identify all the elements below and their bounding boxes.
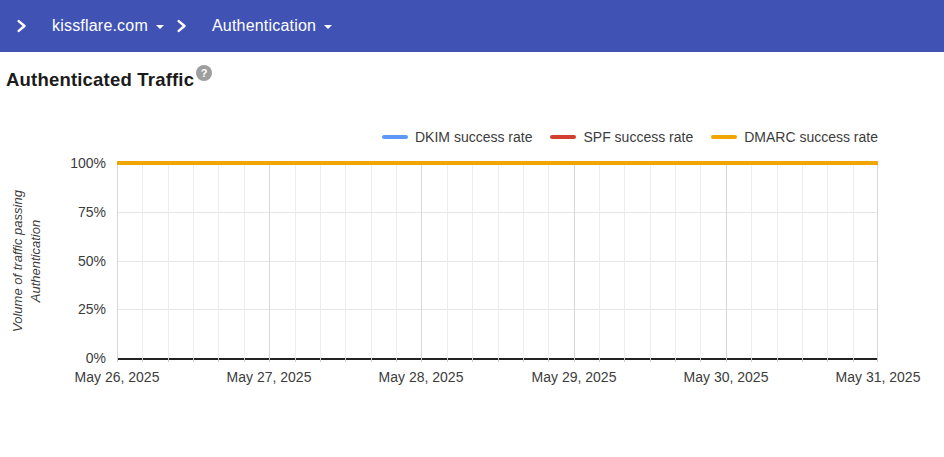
x-axis-tick xyxy=(244,358,245,362)
page: kissflare.com Authentication Authenticat… xyxy=(0,0,944,457)
y-tick-label: 100% xyxy=(40,155,106,171)
x-axis-tick xyxy=(599,358,600,362)
x-axis-tick xyxy=(193,358,194,362)
chart-legend: DKIM success rateSPF success rateDMARC s… xyxy=(117,128,878,146)
breadcrumb-section-dropdown[interactable]: Authentication xyxy=(206,13,338,39)
legend-item-spf: SPF success rate xyxy=(550,129,693,145)
legend-line-swatch xyxy=(382,135,408,139)
x-axis-tick xyxy=(877,358,878,362)
x-axis-tick xyxy=(396,358,397,362)
app-header-bar: kissflare.com Authentication xyxy=(0,0,944,52)
x-axis-tick xyxy=(523,358,524,362)
y-tick-label: 0% xyxy=(40,350,106,366)
x-axis-tick xyxy=(726,358,727,362)
x-axis-tick xyxy=(345,358,346,362)
legend-label: DMARC success rate xyxy=(744,129,878,145)
x-axis-tick xyxy=(751,358,752,362)
x-axis-tick xyxy=(421,358,422,362)
x-tick-label: May 28, 2025 xyxy=(351,369,491,385)
breadcrumb-domain-label: kissflare.com xyxy=(52,17,148,35)
y-tick-label: 25% xyxy=(40,301,106,317)
chevron-right-icon xyxy=(10,15,32,37)
x-axis-tick xyxy=(168,358,169,362)
y-tick-label: 75% xyxy=(40,204,106,220)
caret-down-icon xyxy=(156,25,164,29)
x-axis-tick xyxy=(498,358,499,362)
x-axis-tick xyxy=(700,358,701,362)
title-row: Authenticated Traffic ? xyxy=(6,68,212,92)
x-tick-label: May 27, 2025 xyxy=(199,369,339,385)
chevron-right-icon xyxy=(170,15,192,37)
legend-label: DKIM success rate xyxy=(415,129,532,145)
x-tick-label: May 30, 2025 xyxy=(656,369,796,385)
series-lines xyxy=(117,163,878,358)
legend-item-dkim: DKIM success rate xyxy=(382,129,532,145)
caret-down-icon xyxy=(324,25,332,29)
x-axis-tick xyxy=(827,358,828,362)
x-axis-tick xyxy=(574,358,575,362)
x-axis-tick xyxy=(371,358,372,362)
x-axis-tick xyxy=(624,358,625,362)
breadcrumb-section-label: Authentication xyxy=(212,17,316,35)
plot-area xyxy=(117,163,878,360)
legend-line-swatch xyxy=(550,135,576,139)
x-axis-tick xyxy=(320,358,321,362)
x-axis-tick xyxy=(295,358,296,362)
x-axis-tick xyxy=(675,358,676,362)
y-tick-label: 50% xyxy=(40,253,106,269)
help-icon[interactable]: ? xyxy=(196,65,212,81)
breadcrumb-domain-dropdown[interactable]: kissflare.com xyxy=(46,13,170,39)
page-title: Authenticated Traffic xyxy=(6,68,194,92)
x-axis-tick xyxy=(142,358,143,362)
legend-line-swatch xyxy=(711,135,737,139)
x-axis-tick xyxy=(269,358,270,362)
x-axis-tick xyxy=(548,358,549,362)
x-axis-tick xyxy=(447,358,448,362)
x-axis-tick xyxy=(802,358,803,362)
x-tick-label: May 26, 2025 xyxy=(47,369,187,385)
x-axis-tick xyxy=(117,358,118,362)
x-tick-label: May 29, 2025 xyxy=(504,369,644,385)
legend-item-dmarc: DMARC success rate xyxy=(711,129,878,145)
x-axis-tick xyxy=(218,358,219,362)
y-axis-title-line: Volume of traffic passing xyxy=(9,146,27,376)
x-tick-label: May 31, 2025 xyxy=(808,369,944,385)
x-axis-tick xyxy=(472,358,473,362)
x-axis-tick xyxy=(650,358,651,362)
x-axis-tick xyxy=(777,358,778,362)
legend-label: SPF success rate xyxy=(583,129,693,145)
x-axis-tick xyxy=(853,358,854,362)
